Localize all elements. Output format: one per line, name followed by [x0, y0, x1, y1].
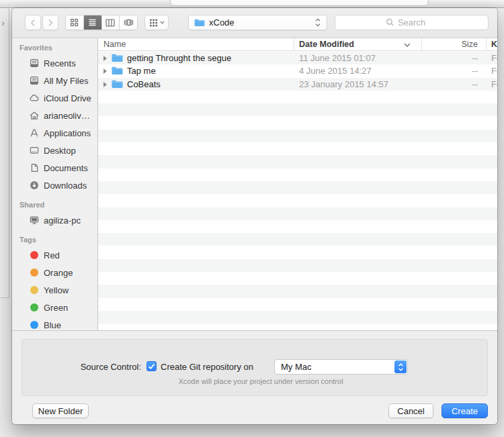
column-view-button[interactable]	[102, 15, 120, 30]
sidebar-item-all-my-files[interactable]: All My Files	[12, 72, 97, 89]
sidebar-item-label: Recents	[44, 58, 76, 68]
disclosure-triangle-icon[interactable]	[103, 56, 107, 61]
up-down-chevrons-icon	[314, 18, 321, 27]
file-kind: Folder	[491, 53, 497, 63]
file-size: --	[421, 66, 478, 76]
sidebar-item-label: Red	[44, 250, 60, 260]
source-control-label: Source Control:	[12, 362, 141, 372]
sidebar-item-recents[interactable]: Recents	[12, 54, 97, 72]
forward-button[interactable]	[42, 15, 58, 30]
disclosure-triangle-icon[interactable]	[103, 68, 107, 74]
tag-dot-green	[30, 303, 38, 311]
coverflow-view-button[interactable]	[120, 15, 137, 30]
recents-icon	[29, 58, 40, 68]
file-rows: getting Throught the segue 11 June 2015 …	[98, 52, 497, 330]
sidebar: Favorites Recents All My Files iCloud Dr…	[12, 38, 98, 330]
sidebar-item-home[interactable]: arianeoliv…	[12, 107, 97, 124]
checkmark-icon	[148, 363, 155, 370]
sidebar-item-applications[interactable]: Applications	[12, 124, 97, 142]
column-separator[interactable]	[294, 38, 294, 50]
disclosure-triangle-icon[interactable]	[103, 82, 107, 87]
git-repository-checkbox-label: Create Git repository on	[161, 362, 253, 372]
sidebar-item-label: Applications	[44, 128, 91, 138]
sidebar-item-label: arianeoliv…	[44, 111, 90, 121]
sidebar-item-tag-orange[interactable]: Orange	[12, 264, 97, 281]
file-date-modified: 23 January 2015 14:57	[299, 79, 388, 89]
tag-dot-yellow	[30, 286, 38, 294]
home-icon	[29, 110, 40, 121]
column-header-date-modified[interactable]: Date Modified	[299, 40, 354, 49]
file-list-header: Name Date Modified Size Kind	[98, 38, 497, 51]
grid-view-icon	[70, 18, 79, 27]
file-name: CoBeats	[127, 79, 161, 89]
chevron-down-icon	[404, 43, 411, 47]
file-name: getting Throught the segue	[127, 53, 231, 63]
save-dialog: xCode Favorites Recents	[12, 8, 497, 424]
new-folder-button[interactable]: New Folder	[32, 403, 89, 418]
sidebar-section-title: Favorites	[12, 38, 97, 54]
chevron-right-icon[interactable]: ›	[1, 17, 5, 28]
back-button[interactable]	[25, 15, 41, 30]
sidebar-item-downloads[interactable]: Downloads	[12, 177, 97, 194]
background-field-fragment	[170, 0, 429, 6]
list-view-button[interactable]	[84, 15, 102, 30]
tag-dot-orange	[30, 269, 38, 277]
sidebar-item-icloud-drive[interactable]: iCloud Drive	[12, 89, 97, 107]
sidebar-item-tag-yellow[interactable]: Yellow	[12, 281, 97, 299]
sidebar-item-label: Documents	[44, 163, 88, 173]
repository-location-popup[interactable]: My Mac	[274, 359, 408, 375]
arrange-button[interactable]	[144, 15, 169, 30]
current-folder-label: xCode	[209, 17, 310, 28]
folder-icon	[194, 19, 205, 27]
column-separator[interactable]	[421, 38, 422, 50]
chevron-left-icon	[30, 19, 36, 27]
version-control-caption: Xcode will place your project under vers…	[126, 377, 395, 385]
sidebar-item-label: agiliza-pc	[44, 215, 81, 226]
background-left-panel: ›	[0, 9, 9, 298]
search-input[interactable]	[335, 15, 489, 30]
sidebar-item-agiliza-pc[interactable]: agiliza-pc	[12, 211, 97, 229]
dialog-body: Favorites Recents All My Files iCloud Dr…	[12, 38, 497, 330]
sidebar-item-label: Yellow	[44, 285, 69, 295]
column-header-size[interactable]: Size	[421, 40, 478, 49]
column-header-name[interactable]: Name	[103, 40, 126, 49]
list-view-icon	[88, 18, 97, 27]
sidebar-item-tag-red[interactable]: Red	[12, 246, 97, 264]
folder-icon	[112, 54, 123, 62]
dialog-toolbar: xCode	[12, 8, 497, 38]
sidebar-item-tag-blue[interactable]: Blue	[12, 316, 97, 330]
file-kind: Folder	[491, 79, 497, 89]
popup-stepper	[394, 360, 407, 373]
background-window-strip	[0, 0, 504, 8]
table-row[interactable]: getting Throught the segue 11 June 2015 …	[98, 52, 497, 64]
sidebar-section-favorites: Favorites Recents All My Files iCloud Dr…	[12, 38, 97, 194]
table-row[interactable]: CoBeats 23 January 2015 14:57 -- Folder	[98, 78, 497, 91]
folder-icon	[112, 80, 123, 89]
column-header-kind[interactable]: Kind	[491, 40, 497, 49]
computer-icon	[29, 215, 40, 226]
sidebar-item-desktop[interactable]: Desktop	[12, 142, 97, 159]
sidebar-section-shared: Shared agiliza-pc	[12, 195, 97, 229]
arrange-grid-icon	[149, 18, 158, 27]
grid-view-button[interactable]	[66, 15, 84, 30]
git-repository-checkbox[interactable]	[146, 361, 157, 371]
chevron-down-icon	[160, 21, 165, 24]
sidebar-section-title: Shared	[12, 195, 97, 211]
sidebar-item-label: Downloads	[44, 181, 87, 191]
dialog-footer: Source Control: Create Git repository on…	[12, 330, 497, 424]
sidebar-item-documents[interactable]: Documents	[12, 159, 97, 177]
screen: ›	[0, 0, 504, 437]
repository-location-value: My Mac	[281, 362, 312, 372]
create-button[interactable]: Create	[442, 403, 488, 418]
file-list: Name Date Modified Size Kind getting Thr…	[98, 38, 497, 330]
current-folder-popup[interactable]: xCode	[188, 15, 327, 30]
chevron-right-icon	[47, 19, 54, 27]
cancel-button[interactable]: Cancel	[388, 403, 433, 418]
documents-icon	[29, 162, 40, 173]
sidebar-item-tag-green[interactable]: Green	[12, 299, 97, 316]
sidebar-section-tags: Tags Red Orange Yellow	[12, 230, 97, 330]
applications-icon	[29, 128, 40, 138]
table-row[interactable]: Tap me 4 June 2015 14:27 -- Folder	[98, 64, 497, 77]
column-separator[interactable]	[486, 38, 487, 50]
file-date-modified: 11 June 2015 01:07	[299, 53, 376, 63]
